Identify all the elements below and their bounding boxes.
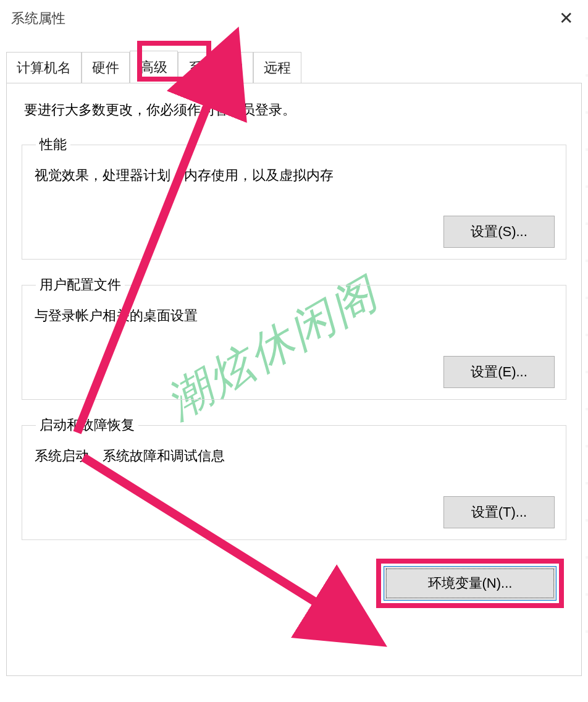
profiles-desc: 与登录帐户相关的桌面设置 [35, 307, 555, 325]
profiles-group: 用户配置文件 与登录帐户相关的桌面设置 设置(E)... [22, 276, 566, 400]
startup-legend: 启动和故障恢复 [36, 416, 138, 434]
performance-desc: 视觉效果，处理器计划，内存使用，以及虚拟内存 [35, 166, 555, 185]
advanced-panel: 潮炫休闲阁 要进行大多数更改，你必须作为管理员登录。 性能 视觉效果，处理器计划… [6, 83, 582, 676]
profiles-settings-button[interactable]: 设置(E)... [443, 356, 555, 388]
close-icon[interactable]: ✕ [555, 8, 577, 28]
startup-group: 启动和故障恢复 系统启动、系统故障和调试信息 设置(T)... [22, 416, 566, 540]
annotation-highlight-env-button: 环境变量(N)... [376, 559, 564, 608]
tab-system-protection[interactable]: 系统保护 [178, 52, 253, 83]
tab-advanced[interactable]: 高级 [130, 51, 178, 83]
intro-text: 要进行大多数更改，你必须作为管理员登录。 [24, 101, 566, 119]
decorative-right-edge [586, 37, 588, 655]
performance-group: 性能 视觉效果，处理器计划，内存使用，以及虚拟内存 设置(S)... [22, 135, 566, 260]
tab-strip: 计算机名 硬件 高级 系统保护 远程 [6, 44, 582, 83]
tab-computer-name[interactable]: 计算机名 [6, 52, 82, 83]
tab-remote[interactable]: 远程 [253, 52, 301, 83]
startup-desc: 系统启动、系统故障和调试信息 [35, 447, 555, 465]
titlebar: 系统属性 ✕ [0, 0, 588, 37]
startup-settings-button[interactable]: 设置(T)... [443, 496, 555, 528]
performance-settings-button[interactable]: 设置(S)... [443, 216, 555, 248]
profiles-legend: 用户配置文件 [36, 276, 125, 294]
performance-legend: 性能 [36, 135, 70, 154]
environment-variables-button[interactable]: 环境变量(N)... [384, 566, 556, 601]
window-title: 系统属性 [11, 9, 65, 28]
tab-hardware[interactable]: 硬件 [82, 52, 130, 83]
